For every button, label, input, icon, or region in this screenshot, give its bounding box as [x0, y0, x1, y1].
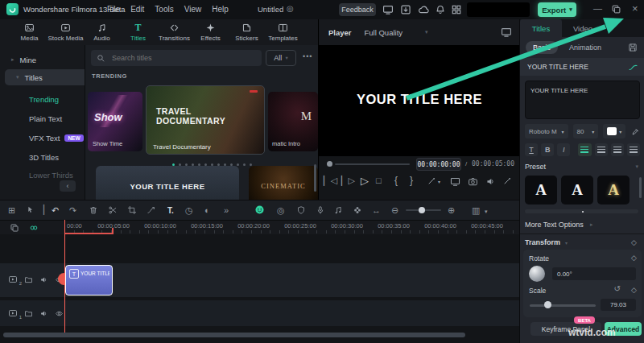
speed-clock-icon[interactable]: ◷	[185, 205, 193, 216]
select-tool-icon[interactable]	[26, 205, 35, 214]
tab-stickers[interactable]: Stickers	[229, 23, 265, 42]
mark-in-icon[interactable]: {	[394, 175, 398, 186]
undo-icon[interactable]: ↶	[52, 205, 59, 216]
scale-value-field[interactable]: 79.03	[601, 299, 636, 311]
preview-display-icon[interactable]	[501, 27, 512, 38]
motion-track-icon[interactable]: ◎	[277, 205, 285, 216]
redo-icon[interactable]: ↷	[69, 205, 76, 216]
feedback-button[interactable]: Feedback	[339, 3, 376, 16]
track-video[interactable]: 1	[0, 300, 519, 326]
keyframe-flower-icon[interactable]	[353, 205, 362, 215]
timeline-scrollbar[interactable]	[3, 333, 465, 337]
bold-button[interactable]: B	[541, 143, 554, 156]
menu-edit[interactable]: Edit	[130, 5, 144, 14]
more-text-options[interactable]: More Text Options ▸	[525, 221, 640, 229]
scale-slider-handle[interactable]	[544, 301, 551, 308]
project-info-icon[interactable]: ◎	[287, 4, 294, 13]
preset-tile-3[interactable]: A	[597, 176, 630, 205]
stop-button[interactable]: □	[376, 176, 382, 185]
speed-ramp-icon[interactable]	[147, 205, 156, 215]
library-scrollbar[interactable]	[314, 164, 316, 192]
fit-timeline-icon[interactable]: ↔	[372, 205, 381, 216]
color-wheel-icon[interactable]: ◐	[204, 205, 210, 216]
template-card-travel-documentary[interactable]: TRAVEL DOCUMENTARY Travel Documentary	[146, 85, 265, 155]
crop-icon[interactable]	[127, 205, 137, 215]
preset-pager[interactable]	[525, 209, 638, 213]
more-options-icon[interactable]: •••	[303, 52, 312, 60]
mirror-display-icon[interactable]	[450, 176, 460, 187]
panel-grid-icon[interactable]: ⊞	[8, 205, 15, 216]
save-preset-icon[interactable]	[628, 43, 638, 52]
lock-track-icon[interactable]	[24, 309, 33, 318]
menu-file[interactable]: File	[107, 5, 120, 14]
rotate-keyframe-icon[interactable]: ◇	[631, 254, 637, 262]
text-settings-button[interactable]: T	[525, 143, 538, 156]
split-scissors-icon[interactable]	[108, 205, 118, 215]
tab-transitions[interactable]: Transitions	[156, 23, 192, 42]
edit-tools-icon[interactable]: ▾	[427, 176, 440, 186]
notes-icon[interactable]	[333, 205, 343, 215]
transform-keyframe-icon[interactable]: ◇	[631, 238, 637, 246]
align-right-button[interactable]	[611, 143, 624, 156]
prev-frame-button[interactable]: ▏◁	[324, 176, 337, 186]
title-card-cinematic[interactable]: CINEMATIC	[249, 166, 318, 200]
zoom-slider-handle[interactable]	[419, 207, 425, 213]
delete-icon[interactable]	[89, 205, 98, 215]
menu-view[interactable]: View	[184, 5, 202, 14]
track-layout-button[interactable]: ▥	[472, 205, 480, 216]
volume-speaker-icon[interactable]	[485, 176, 496, 187]
shield-icon[interactable]	[296, 205, 306, 215]
cloud-upload-icon[interactable]	[417, 3, 429, 15]
mute-track-icon[interactable]	[39, 309, 48, 318]
tab-titles-inspector[interactable]: Titles	[520, 19, 562, 37]
italic-button[interactable]: I	[557, 143, 570, 156]
export-button[interactable]: Export▾	[538, 2, 576, 17]
collapse-sidebar-button[interactable]: ‹	[60, 180, 76, 192]
window-minimize-button[interactable]: —	[593, 3, 602, 13]
template-card-show-time[interactable]: Show Show Time	[88, 92, 142, 151]
resources-grid-icon[interactable]	[450, 3, 462, 15]
quality-select[interactable]: Full Quality	[365, 28, 403, 37]
subtab-animation[interactable]: Animation	[569, 43, 601, 52]
tab-media[interactable]: Media	[11, 23, 47, 42]
preset-header[interactable]: Preset ▾	[525, 163, 640, 171]
eyedropper-icon[interactable]	[631, 127, 640, 136]
notification-bell-icon[interactable]	[434, 3, 446, 15]
tab-titles[interactable]: TTitles	[120, 23, 156, 42]
rotate-value-field[interactable]: 0.00°	[552, 267, 636, 280]
title-clip[interactable]: T YOUR TITLE ...	[65, 265, 113, 295]
scale-keyframe-icon[interactable]: ◇	[631, 286, 637, 294]
menu-help[interactable]: Help	[212, 5, 229, 14]
text-tool-icon[interactable]: T.	[167, 205, 174, 217]
font-family-select[interactable]: Roboto M▾	[525, 124, 568, 138]
next-frame-button[interactable]: ▏▷	[341, 176, 355, 186]
align-left-button[interactable]	[578, 143, 591, 156]
snapshot-camera-icon[interactable]	[468, 176, 478, 187]
search-input[interactable]	[110, 53, 234, 63]
menu-tools[interactable]: Tools	[155, 5, 173, 14]
tab-stock-media[interactable]: Stock Media	[47, 23, 84, 42]
scale-reset-icon[interactable]: ↺	[614, 284, 621, 293]
tab-video-inspector[interactable]: Video	[562, 19, 604, 37]
play-button[interactable]: ▷	[361, 175, 369, 187]
align-center-button[interactable]	[595, 143, 608, 156]
title-text-input[interactable]: YOUR TITLE HERE	[525, 81, 640, 119]
lock-track-icon[interactable]	[24, 275, 33, 284]
ai-assistant-icon[interactable]	[254, 205, 265, 215]
mark-out-icon[interactable]: }	[410, 175, 413, 186]
tab-effects[interactable]: Effects	[192, 23, 229, 42]
font-size-select[interactable]: 80▾	[573, 124, 599, 138]
manage-tracks-icon[interactable]	[10, 223, 19, 233]
window-close-button[interactable]: ×	[632, 2, 638, 14]
zoom-out-button[interactable]: ⊖	[391, 205, 398, 216]
playhead[interactable]	[64, 220, 66, 333]
mute-track-icon[interactable]	[39, 275, 48, 284]
timecode-current[interactable]: 00:00:00:00	[416, 158, 461, 171]
title-card-your-title-here[interactable]: YOUR TITLE HERE	[96, 166, 239, 200]
pen-tool-icon[interactable]	[502, 176, 512, 186]
tab-templates[interactable]: Templates	[265, 23, 301, 42]
sidebar-group-mine[interactable]: ▸Mine	[0, 52, 96, 68]
align-justify-button[interactable]	[627, 143, 640, 156]
inspector-scrollbar[interactable]	[639, 177, 642, 198]
font-color-select[interactable]: ▾	[603, 124, 625, 138]
